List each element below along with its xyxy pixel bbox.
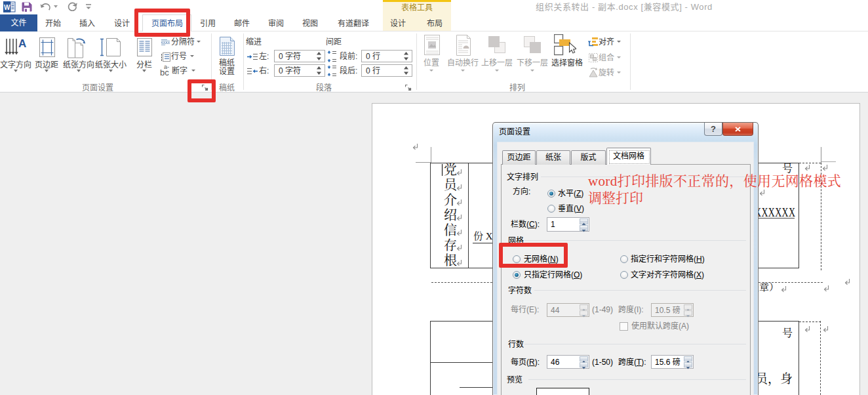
svg-text:A: A [18,37,26,50]
svg-text:W: W [4,4,10,11]
